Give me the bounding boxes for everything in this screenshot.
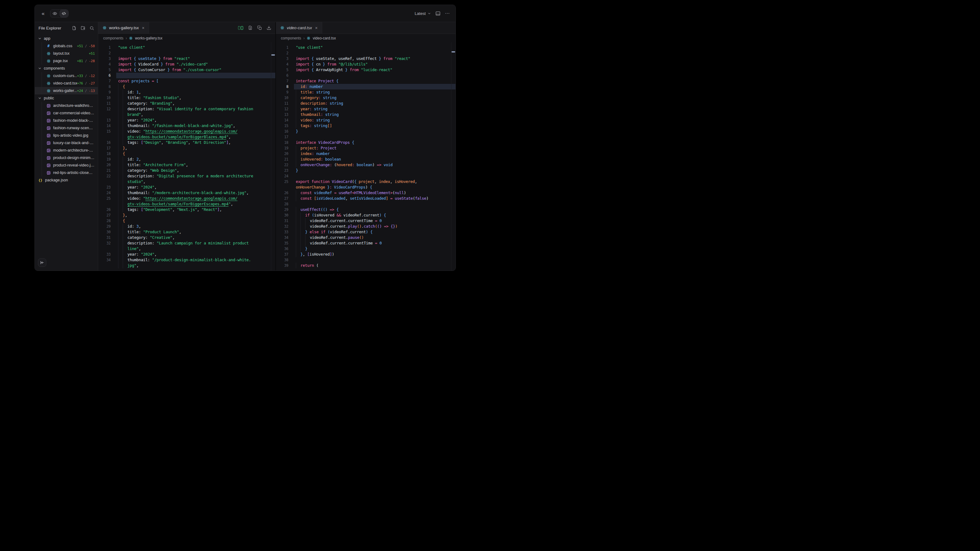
more-options-button[interactable]: ⋯ — [445, 11, 450, 16]
code-line[interactable]: 34thumbnail: "/product-design-minimalist… — [98, 257, 275, 263]
code-line[interactable]: 23} — [276, 168, 455, 173]
breadcrumb-file[interactable]: works-gallery.tsx — [135, 36, 162, 40]
code-line[interactable]: 10title: "Fashion Studio", — [98, 95, 275, 101]
tree-folder-components[interactable]: components — [35, 65, 98, 72]
code-line[interactable]: 6 — [276, 73, 455, 78]
code-line[interactable]: brand", — [98, 112, 275, 118]
preview-toggle-button[interactable] — [50, 10, 59, 17]
collapse-panel-button[interactable]: « — [40, 10, 46, 17]
code-line[interactable]: 26const videoRef = useRef<HTMLVideoEleme… — [276, 190, 455, 196]
tree-file-item[interactable]: page.tsx+81 / -28 — [35, 57, 98, 65]
code-line[interactable]: onHoverChange }: VideoCardProps) { — [276, 184, 455, 190]
tree-file-item[interactable]: #globals.css+51 / -50 — [35, 42, 98, 50]
tree-file-item[interactable]: luxury-car-black-and-… — [35, 139, 98, 147]
tree-file-item[interactable]: architecture-walkthro… — [35, 102, 98, 110]
code-line[interactable]: 30if (isHovered && videoRef.current) { — [276, 213, 455, 218]
code-line[interactable]: gtv-videos-bucket/sample/ForBiggerBlazes… — [98, 134, 275, 140]
tree-file-item[interactable]: fashion-model-black-… — [35, 117, 98, 124]
new-folder-button[interactable] — [81, 26, 86, 30]
code-line[interactable]: 12year: string — [276, 106, 455, 112]
code-line[interactable]: 9title: string — [276, 89, 455, 95]
code-line[interactable]: 4import { cn } from "@/lib/utils" — [276, 62, 455, 67]
layout-panel-button[interactable] — [435, 11, 441, 16]
code-toggle-button[interactable] — [59, 10, 68, 17]
code-line[interactable]: 8id: number — [276, 84, 455, 89]
tab-video-card[interactable]: video-card.tsx × — [276, 22, 322, 33]
code-line[interactable]: 4import { VideoCard } from "./video-card… — [98, 62, 275, 67]
tree-file-item[interactable]: custom-curs…+33 / -12 — [35, 72, 98, 79]
code-line[interactable]: 11category: "Branding", — [98, 101, 275, 106]
code-line[interactable]: 20index: number — [276, 151, 455, 157]
code-line[interactable]: 26tags: ["Development", "Next.js", "Reac… — [98, 207, 275, 213]
code-line[interactable]: 5import { CustomCursor } from "./custom-… — [98, 67, 275, 73]
breadcrumb-folder[interactable]: components — [281, 36, 301, 40]
code-line[interactable]: 29id: 3, — [98, 224, 275, 229]
download-button[interactable] — [267, 25, 271, 30]
tab-works-gallery[interactable]: works-gallery.tsx × — [98, 22, 149, 33]
code-line[interactable]: 5import { ArrowUpRight } from "lucide-re… — [276, 67, 455, 73]
tree-file-item[interactable]: modern-architecture-… — [35, 147, 98, 154]
code-line[interactable]: 28 — [276, 201, 455, 207]
code-line[interactable]: 30title: "Product Launch", — [98, 229, 275, 235]
new-file-button[interactable] — [72, 26, 76, 30]
code-line[interactable]: 16tags: ["Design", "Branding", "Art Dire… — [98, 140, 275, 145]
code-line[interactable]: 17}, — [98, 145, 275, 151]
code-line[interactable]: 13year: "2024", — [98, 118, 275, 123]
code-line[interactable]: 11description: string — [276, 101, 455, 106]
code-line[interactable]: 1"use client" — [98, 45, 275, 50]
tree-file-item[interactable]: lips-artistic-video.jpg — [35, 132, 98, 139]
code-line[interactable]: 10category: string — [276, 95, 455, 101]
code-line[interactable]: 22description: "Digital presence for a m… — [98, 173, 275, 179]
code-line[interactable]: 21category: "Web Design", — [98, 168, 275, 173]
code-line[interactable]: 33} else if (videoRef.current) { — [276, 229, 455, 235]
code-line[interactable]: 29useEffect(() => { — [276, 207, 455, 213]
code-line[interactable]: 12description: "Visual identity for a co… — [98, 106, 275, 112]
code-editor[interactable]: 1"use client"23import { useState, useRef… — [276, 42, 455, 271]
tree-file-item[interactable]: fashion-runway-scen… — [35, 124, 98, 132]
code-line[interactable]: 37}, [isHovered]) — [276, 252, 455, 257]
code-line[interactable]: 27}, — [98, 213, 275, 218]
code-line[interactable]: line", — [98, 246, 275, 252]
code-line[interactable]: 39return ( — [276, 263, 455, 268]
code-line[interactable]: 7const projects = [ — [98, 78, 275, 84]
breadcrumb-file[interactable]: video-card.tsx — [313, 36, 336, 40]
code-line[interactable]: 1"use client" — [276, 45, 455, 50]
scrollbar-track[interactable] — [451, 42, 455, 271]
code-line[interactable]: 3import { useState, useRef, useEffect } … — [276, 56, 455, 62]
diff-split-view-button[interactable] — [238, 26, 243, 30]
code-line[interactable]: 2 — [98, 50, 275, 56]
code-line[interactable]: 27const [isVideoLoaded, setIsVideoLoaded… — [276, 196, 455, 201]
code-line[interactable]: 19project: Project — [276, 145, 455, 151]
scrollbar-thumb[interactable] — [271, 54, 275, 56]
tree-file-item[interactable]: works-galler…+24 / -13 — [35, 87, 98, 94]
scrollbar-track[interactable] — [271, 42, 275, 271]
tree-folder-public[interactable]: public — [35, 94, 98, 102]
tree-file-item[interactable]: layout.tsx+51 — [35, 50, 98, 57]
tree-file-item[interactable]: red-lips-artistic-close… — [35, 169, 98, 176]
search-files-button[interactable] — [89, 26, 94, 30]
version-dropdown[interactable]: Latest — [415, 11, 431, 16]
code-line[interactable]: 28{ — [98, 218, 275, 224]
code-line[interactable]: 20title: "Architecture Firm", — [98, 162, 275, 168]
code-line[interactable]: gtv-videos-bucket/sample/ForBiggerEscape… — [98, 201, 275, 207]
collapse-sidebar-button[interactable] — [38, 259, 46, 267]
code-line[interactable]: 8{ — [98, 84, 275, 89]
code-line[interactable]: 31videoRef.current.currentTime = 0 — [276, 218, 455, 224]
code-line[interactable]: 21isHovered: boolean — [276, 157, 455, 162]
code-line[interactable]: 31category: "Creative", — [98, 235, 275, 240]
code-line[interactable]: 15tags: string[] — [276, 123, 455, 129]
tree-file-item[interactable]: {}package.json — [35, 176, 98, 184]
tree-file-item[interactable]: product-reveal-video.j… — [35, 162, 98, 169]
scrollbar-thumb[interactable] — [452, 51, 455, 52]
code-line[interactable]: 18interface VideoCardProps { — [276, 140, 455, 145]
breadcrumb-folder[interactable]: components — [103, 36, 123, 40]
code-line[interactable]: 6 — [98, 73, 275, 78]
code-line[interactable]: 24thumbnail: "/modern-architecture-black… — [98, 190, 275, 196]
tree-file-item[interactable]: video-card.tsx+76 / -27 — [35, 79, 98, 87]
code-line[interactable]: 36} — [276, 246, 455, 252]
code-line[interactable]: 25video: "https://commondatastorage.goog… — [98, 196, 275, 201]
code-line[interactable]: 16} — [276, 129, 455, 134]
copy-code-button[interactable] — [257, 25, 262, 30]
code-line[interactable]: 18{ — [98, 151, 275, 157]
code-line[interactable]: 13thumbnail: string — [276, 112, 455, 118]
